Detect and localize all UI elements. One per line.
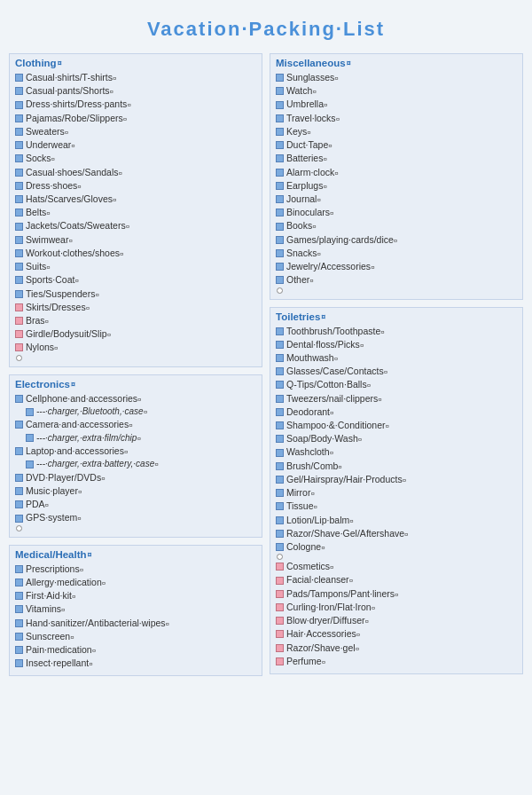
item-label: Keys [286,125,311,138]
checkbox-icon[interactable] [276,327,284,335]
checkbox-icon[interactable] [15,619,23,627]
checkbox-icon[interactable] [276,489,284,497]
checkbox-icon[interactable] [276,263,284,271]
checkbox-icon[interactable] [276,449,284,457]
checkbox-icon[interactable] [15,515,23,523]
checkbox-icon[interactable] [15,500,23,508]
checkbox-icon[interactable] [276,236,284,244]
list-item: Socks [15,152,256,165]
checkbox-icon[interactable] [15,209,23,216]
checkbox-icon[interactable] [276,644,284,652]
checkbox-icon[interactable] [15,474,23,482]
checkbox-icon[interactable] [276,74,284,82]
checkbox-icon[interactable] [15,659,23,667]
list-item: Sports·Coat [15,273,256,287]
checkbox-icon[interactable] [15,128,23,136]
checkbox-icon[interactable] [15,447,23,455]
list-item: Sunglasses [276,71,517,84]
checkbox-icon[interactable] [276,516,284,524]
checkbox-icon[interactable] [15,87,23,95]
checkbox-icon[interactable] [15,290,23,298]
checkbox-icon[interactable] [15,605,23,613]
checkbox-icon[interactable] [15,646,23,654]
checkbox-icon[interactable] [15,101,23,109]
list-item: Tissue [276,500,517,513]
checkbox-icon[interactable] [15,303,23,311]
checkbox-icon[interactable] [276,87,284,95]
checkbox-icon[interactable] [26,434,34,442]
checkbox-icon[interactable] [276,563,284,571]
checkbox-icon[interactable] [26,460,34,468]
checkbox-icon[interactable] [276,195,284,203]
list-item: Sweaters [15,125,256,138]
checkbox-icon[interactable] [15,421,23,429]
checkbox-icon[interactable] [276,209,284,216]
checkbox-icon[interactable] [15,330,23,338]
item-label: Hats/Scarves/Gloves [26,193,117,206]
list-item: Shampoo·&·Conditioner [276,419,517,432]
checkbox-icon[interactable] [276,408,284,416]
checkbox-icon[interactable] [276,354,284,362]
checkbox-icon[interactable] [276,421,284,429]
item-label: Soap/Body·Wash [286,432,362,445]
checkbox-icon[interactable] [276,435,284,443]
checkbox-icon[interactable] [15,633,23,641]
checkbox-icon[interactable] [276,590,284,598]
checkbox-icon[interactable] [15,195,23,203]
checkbox-icon[interactable] [15,182,23,190]
checkbox-icon[interactable] [276,169,284,177]
checkbox-icon[interactable] [276,462,284,470]
checkbox-icon[interactable] [26,408,34,416]
checkbox-icon[interactable] [15,276,23,284]
checkbox-icon[interactable] [276,101,284,109]
checkbox-icon[interactable] [276,249,284,257]
item-label: Deodorant [286,405,334,419]
checkbox-icon[interactable] [276,476,284,484]
checkbox-icon[interactable] [276,603,284,611]
item-label: Tissue [286,500,317,513]
circle-bullet-icon [277,287,283,294]
checkbox-icon[interactable] [15,579,23,586]
checkbox-icon[interactable] [276,114,284,122]
checkbox-icon[interactable] [276,530,284,538]
checkbox-icon[interactable] [276,502,284,510]
right-column: MiscellaneousSunglassesWatchUmbrellaTrav… [270,53,523,674]
list-item: Ties/Suspenders [15,287,256,301]
item-label: Batteries [286,152,327,165]
item-label: Swimwear [26,233,73,247]
checkbox-icon[interactable] [15,343,23,351]
list-item: Lotion/Lip·balm [276,514,517,527]
checkbox-icon[interactable] [276,154,284,162]
checkbox-icon[interactable] [15,169,23,177]
checkbox-icon[interactable] [15,317,23,325]
checkbox-icon[interactable] [15,395,23,403]
checkbox-icon[interactable] [15,154,23,162]
checkbox-icon[interactable] [15,141,23,149]
checkbox-icon[interactable] [15,114,23,122]
checkbox-icon[interactable] [276,128,284,136]
checkbox-icon[interactable] [276,577,284,585]
checkbox-icon[interactable] [15,74,23,82]
checkbox-icon[interactable] [15,487,23,495]
checkbox-icon[interactable] [15,223,23,231]
list-item: Batteries [276,152,517,165]
item-label: Jewelry/Accessories [286,260,375,273]
checkbox-icon[interactable] [276,341,284,349]
checkbox-icon[interactable] [276,657,284,665]
checkbox-icon[interactable] [15,249,23,257]
checkbox-icon[interactable] [276,182,284,190]
checkbox-icon[interactable] [276,543,284,551]
checkbox-icon[interactable] [276,630,284,638]
item-label: Shampoo·&·Conditioner [286,419,389,432]
checkbox-icon[interactable] [15,565,23,573]
checkbox-icon[interactable] [15,263,23,271]
checkbox-icon[interactable] [276,276,284,284]
checkbox-icon[interactable] [276,223,284,231]
checkbox-icon[interactable] [276,141,284,149]
checkbox-icon[interactable] [276,617,284,625]
checkbox-icon[interactable] [276,381,284,389]
checkbox-icon[interactable] [276,367,284,375]
checkbox-icon[interactable] [276,395,284,403]
checkbox-icon[interactable] [15,592,23,600]
checkbox-icon[interactable] [15,236,23,244]
